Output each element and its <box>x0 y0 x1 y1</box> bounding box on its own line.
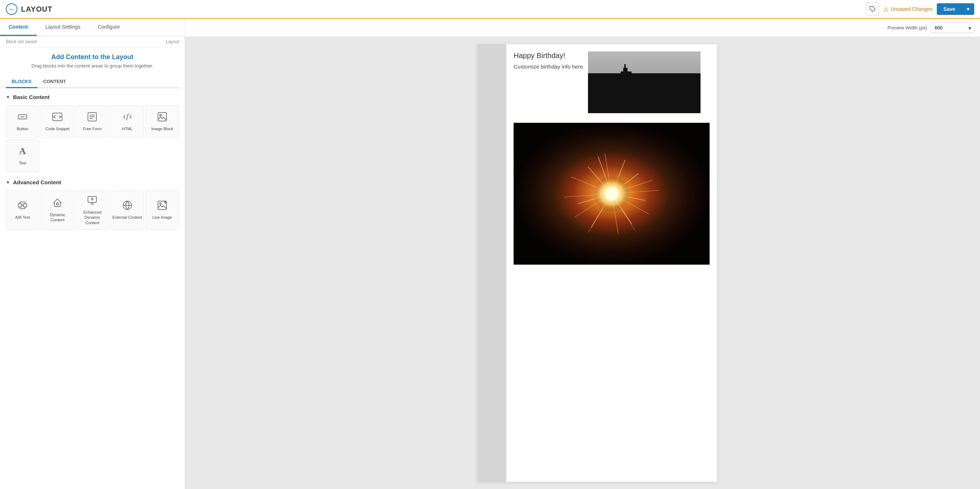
svg-rect-34 <box>612 73 614 83</box>
svg-text:A: A <box>19 146 26 156</box>
city-skyline-svg <box>588 51 700 113</box>
canvas-top-row: Happy Birthday! Customize birthday info … <box>514 51 710 113</box>
svg-point-10 <box>160 114 162 116</box>
advanced-content-grid: A/B Test Dynamic Content <box>6 191 179 230</box>
block-free-form[interactable]: Free Form <box>75 105 109 138</box>
svg-rect-42 <box>673 79 681 113</box>
advanced-content-label: Advanced Content <box>13 179 61 185</box>
block-image-block-label: Image Block <box>151 126 173 131</box>
tab-layout-settings[interactable]: Layout Settings <box>37 19 89 36</box>
external-content-icon <box>123 200 132 212</box>
save-dropdown-button[interactable]: ▼ <box>962 3 974 15</box>
ab-test-icon <box>18 200 28 212</box>
tab-configure[interactable]: Configure <box>89 19 129 36</box>
block-ab-test-label: A/B Test <box>15 215 30 220</box>
block-button[interactable]: Button <box>6 105 39 138</box>
basic-content-header[interactable]: ▼ Basic Content <box>6 94 179 100</box>
add-content-section: Add Content to the Layout Drag blocks in… <box>6 53 179 68</box>
sub-tab-bar: BLOCKS CONTENT <box>6 76 179 88</box>
preview-area: Preview Width (px) 600 800 1000 1200 Ha <box>185 19 980 489</box>
svg-rect-43 <box>682 84 688 113</box>
block-button-label: Button <box>17 126 28 131</box>
svg-rect-44 <box>690 81 700 113</box>
sub-tab-blocks[interactable]: BLOCKS <box>6 76 37 88</box>
svg-rect-40 <box>654 77 660 113</box>
page-title: LAYOUT <box>21 5 52 13</box>
block-image-block[interactable]: Image Block <box>146 105 179 138</box>
svg-rect-9 <box>158 113 166 121</box>
layout-label: Layout <box>166 39 179 44</box>
preview-width-wrapper: 600 800 1000 1200 <box>931 22 974 33</box>
preview-width-select[interactable]: 600 800 1000 1200 <box>931 22 974 33</box>
main-layout: Content Layout Settings Configure Block … <box>0 19 980 489</box>
block-code-snippet[interactable]: Code Snippet <box>41 105 74 138</box>
canvas-content: Happy Birthday! Customize birthday info … <box>506 44 717 277</box>
block-external-content-label: External Content <box>113 215 142 220</box>
preview-canvas: Happy Birthday! Customize birthday info … <box>477 44 717 482</box>
tab-bar: Content Layout Settings Configure <box>0 19 185 36</box>
basic-content-section: ▼ Basic Content Button <box>6 94 179 172</box>
basic-content-chevron: ▼ <box>6 95 10 100</box>
dynamic-content-icon <box>52 198 62 209</box>
header: ← LAYOUT ⚠ Unsaved Changes Save ▼ <box>0 0 980 19</box>
header-left: ← LAYOUT <box>6 3 52 15</box>
birthday-heading: Happy Birthday! <box>514 51 584 60</box>
text-icon: A <box>18 146 28 157</box>
advanced-content-header[interactable]: ▼ Advanced Content <box>6 179 179 185</box>
block-html[interactable]: HTML <box>111 105 144 138</box>
back-button[interactable]: ← <box>6 3 18 15</box>
sparkler-image <box>514 117 710 270</box>
basic-content-grid: Button Code Snippet <box>6 105 179 172</box>
svg-point-24 <box>160 203 162 205</box>
city-image <box>588 51 700 113</box>
block-live-image[interactable]: ▶ Live Image <box>146 191 179 230</box>
free-form-icon <box>87 112 97 123</box>
canvas-gray-column <box>477 44 506 482</box>
preview-width-label: Preview Width (px) <box>888 25 927 30</box>
tab-content[interactable]: Content <box>0 19 37 36</box>
block-dynamic-content-label: Dynamic Content <box>43 212 72 223</box>
block-html-label: HTML <box>122 126 133 131</box>
advanced-content-section: ▼ Advanced Content <box>6 179 179 230</box>
svg-point-65 <box>605 187 618 200</box>
block-enhanced-dynamic-content-label: Enhanced Dynamic Content <box>77 210 107 225</box>
svg-rect-30 <box>592 84 599 113</box>
live-image-icon: ▶ <box>157 200 167 212</box>
birthday-text-block: Happy Birthday! Customize birthday info … <box>514 51 584 113</box>
block-dynamic-content[interactable]: Dynamic Content <box>41 191 74 230</box>
svg-line-8 <box>126 114 128 121</box>
save-button-group: Save ▼ <box>937 3 974 15</box>
advanced-content-chevron: ▼ <box>6 180 10 185</box>
block-enhanced-dynamic-content[interactable]: Enhanced Dynamic Content <box>75 191 109 230</box>
enhanced-dynamic-content-icon <box>87 195 97 207</box>
block-external-content[interactable]: External Content <box>111 191 144 230</box>
save-button[interactable]: Save <box>937 3 962 15</box>
image-block-icon <box>157 112 167 123</box>
unsaved-changes-indicator: ⚠ Unsaved Changes <box>883 6 932 13</box>
birthday-body: Customize birthday info here. <box>514 64 584 70</box>
warning-icon: ⚠ <box>883 6 889 13</box>
block-not-saved-bar: Block not saved Layout <box>0 36 185 48</box>
html-icon <box>123 112 132 123</box>
svg-rect-41 <box>662 83 671 113</box>
svg-rect-37 <box>624 64 626 70</box>
block-ab-test[interactable]: A/B Test <box>6 191 39 230</box>
svg-rect-38 <box>635 81 643 113</box>
svg-text:▶: ▶ <box>164 202 166 203</box>
header-right: ⚠ Unsaved Changes Save ▼ <box>866 3 974 16</box>
sidebar-body: Add Content to the Layout Drag blocks in… <box>0 48 185 489</box>
svg-rect-13 <box>23 204 27 207</box>
svg-rect-12 <box>18 204 21 207</box>
svg-rect-35 <box>620 71 632 113</box>
svg-rect-32 <box>601 77 606 113</box>
unsaved-changes-label: Unsaved Changes <box>891 6 932 12</box>
block-text[interactable]: A Text <box>6 139 39 172</box>
add-content-title: Add Content to the Layout <box>6 53 179 61</box>
add-content-subtitle: Drag blocks into the content areas to gr… <box>6 63 179 68</box>
tag-button[interactable] <box>866 3 879 16</box>
sub-tab-content[interactable]: CONTENT <box>37 76 72 88</box>
block-text-label: Text <box>19 160 26 165</box>
button-icon <box>18 112 28 123</box>
preview-toolbar: Preview Width (px) 600 800 1000 1200 <box>185 19 980 37</box>
sparkler-svg <box>514 117 710 270</box>
